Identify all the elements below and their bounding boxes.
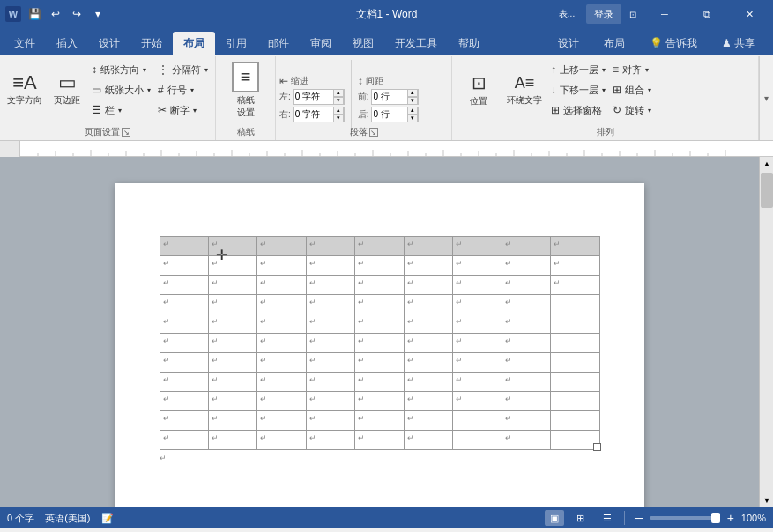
tab-view[interactable]: 视图 — [342, 32, 384, 55]
table-cell[interactable]: ↵ — [257, 411, 306, 431]
table-cell[interactable] — [453, 431, 502, 450]
view-read-button[interactable]: ☰ — [598, 510, 617, 526]
zoom-plus-button[interactable]: + — [724, 511, 738, 525]
table-cell[interactable]: ↵ — [257, 334, 306, 353]
send-backward-button[interactable]: ↓ 下移一层 ▾ — [547, 80, 609, 100]
zoom-minus-button[interactable]: ─ — [632, 511, 646, 525]
bring-forward-button[interactable]: ↑ 上移一层 ▾ — [547, 60, 609, 79]
table-cell[interactable]: ↵ — [453, 373, 502, 392]
table-cell[interactable]: ↵ — [355, 353, 404, 373]
language[interactable]: 英语(美国) — [45, 512, 90, 525]
table-cell[interactable]: ↵ — [306, 237, 354, 256]
table-cell[interactable]: ↵ — [404, 411, 452, 431]
scroll-track[interactable] — [760, 171, 773, 493]
table-cell[interactable]: ↵ — [160, 276, 208, 295]
zoom-level[interactable]: 100% — [741, 513, 766, 523]
table-cell[interactable]: ↵ — [257, 353, 306, 373]
spacing-after-down[interactable]: ▾ — [407, 115, 418, 122]
table-cell[interactable]: ↵ — [208, 353, 256, 373]
table-cell[interactable]: ↵ — [502, 392, 550, 411]
table-cell[interactable]: ↵ — [306, 295, 354, 314]
table-cell[interactable]: ↵ — [355, 334, 404, 353]
table-cell[interactable]: ↵ — [306, 392, 354, 411]
table-cell[interactable]: ↵ — [306, 314, 354, 334]
view-web-button[interactable]: ⊞ — [571, 510, 591, 526]
table-cell[interactable]: ↵ — [160, 431, 208, 450]
table-cell[interactable]: ↵ — [502, 256, 550, 276]
close-button[interactable]: ✕ — [729, 0, 769, 28]
table-cell[interactable]: ↵ — [160, 373, 208, 392]
table-cell[interactable]: ↵ — [306, 353, 354, 373]
table-cell[interactable]: ↵ — [453, 256, 502, 276]
table-cell[interactable] — [551, 431, 600, 450]
ribbon-display-button[interactable]: 表... — [549, 4, 584, 24]
spacing-after-up[interactable]: ▴ — [407, 107, 418, 115]
breaks-button[interactable]: ⋮ 分隔符 ▾ — [154, 60, 212, 79]
restore-button[interactable]: ⧉ — [687, 0, 727, 28]
zoom-slider[interactable] — [650, 516, 720, 520]
tab-file[interactable]: 文件 — [4, 32, 46, 55]
align-button[interactable]: ≡ 对齐 ▾ — [609, 60, 655, 79]
tab-review[interactable]: 审阅 — [300, 32, 342, 55]
table-cell[interactable]: ↵ — [160, 295, 208, 314]
table-cell[interactable]: ↵ — [355, 237, 404, 256]
table-cell[interactable]: ↵ — [257, 373, 306, 392]
tab-help[interactable]: 帮助 — [448, 32, 490, 55]
table-cell[interactable]: ↵ — [551, 256, 600, 276]
spacing-before-down[interactable]: ▾ — [407, 97, 418, 105]
table-cell[interactable]: ↵ — [355, 392, 404, 411]
table-cell[interactable]: ↵ — [306, 334, 354, 353]
share-button[interactable]: ⊡ — [623, 4, 643, 24]
table-cell[interactable]: ↵ — [208, 411, 256, 431]
table-cell[interactable]: ↵ — [160, 256, 208, 276]
table-cell[interactable]: ↵ — [404, 431, 452, 450]
table-cell[interactable]: ↵ — [502, 411, 550, 431]
table-cell[interactable]: ↵ — [306, 373, 354, 392]
indent-right-down[interactable]: ▾ — [333, 115, 344, 122]
table-cell[interactable]: ↵ — [355, 373, 404, 392]
table-cell[interactable]: ↵ — [404, 334, 452, 353]
table-cell[interactable]: ↵ — [453, 353, 502, 373]
table-cell[interactable]: ↵ — [502, 373, 550, 392]
paper-size-button[interactable]: ▭ 纸张大小 ▾ — [88, 80, 154, 100]
tab-home[interactable]: 开始 — [130, 32, 173, 55]
table-cell[interactable]: ↵ — [404, 314, 452, 334]
table-cell[interactable] — [551, 353, 600, 373]
table-cell[interactable]: ↵ — [208, 256, 256, 276]
table-cell[interactable]: ↵ — [502, 295, 550, 314]
table-cell[interactable] — [551, 295, 600, 314]
table-cell[interactable]: ↵ — [404, 276, 452, 295]
table-cell[interactable]: ↵ — [257, 431, 306, 450]
table-cell[interactable]: ↵ — [355, 314, 404, 334]
table-cell[interactable]: ↵ — [257, 392, 306, 411]
table-resize-handle[interactable] — [593, 443, 601, 451]
table-cell[interactable]: ↵ — [453, 392, 502, 411]
scroll-up-button[interactable]: ▲ — [760, 157, 773, 171]
table-cell[interactable] — [453, 411, 502, 431]
tab-insert[interactable]: 插入 — [46, 32, 88, 55]
indent-right-up[interactable]: ▴ — [333, 107, 344, 115]
text-direction-button[interactable]: ≡A 文字方向 — [4, 58, 46, 122]
indent-left-down[interactable]: ▾ — [333, 97, 344, 105]
table-cell[interactable]: ↵ — [355, 256, 404, 276]
table-cell[interactable]: ↵ — [502, 431, 550, 450]
table-cell[interactable]: ↵ — [355, 295, 404, 314]
qat-more-button[interactable]: ▾ — [88, 4, 108, 24]
spacing-after-input[interactable] — [372, 107, 407, 122]
position-button[interactable]: ⊡ 位置 — [456, 58, 502, 122]
indent-right-input[interactable] — [294, 107, 333, 122]
table-cell[interactable]: ↵ — [502, 276, 550, 295]
selection-pane-button[interactable]: ⊞ 选择窗格 — [547, 100, 609, 120]
table-cell[interactable]: ↵ — [453, 334, 502, 353]
orientation-button[interactable]: ↕ 纸张方向 ▾ — [88, 60, 154, 79]
columns-button[interactable]: ☰ 栏 ▾ — [88, 100, 154, 120]
table-cell[interactable]: ↵ — [404, 237, 452, 256]
table-cell[interactable]: ↵ — [355, 411, 404, 431]
tab-table-design[interactable]: 设计 — [547, 32, 590, 55]
spacing-before-input[interactable] — [372, 90, 407, 104]
table-cell[interactable]: ↵ — [208, 373, 256, 392]
table-cell[interactable] — [551, 392, 600, 411]
table-cell[interactable]: ↵ — [160, 314, 208, 334]
table-cell[interactable]: ↵ — [208, 314, 256, 334]
table-cell[interactable]: ↵ — [453, 314, 502, 334]
